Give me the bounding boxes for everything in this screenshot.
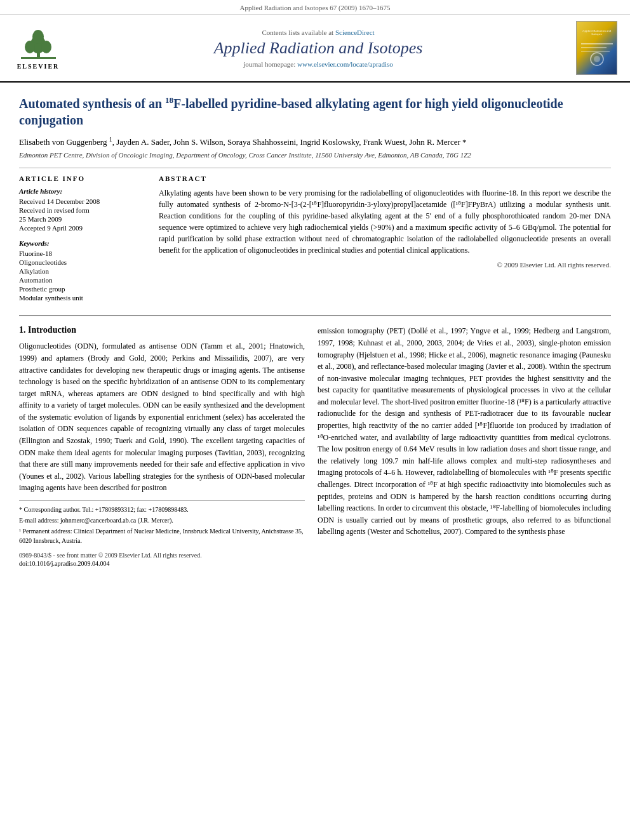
svg-point-3	[41, 41, 51, 53]
article-container: Automated synthesis of an 18F-labelled p…	[0, 83, 630, 580]
received-revised-label: Received in revised form	[19, 206, 146, 214]
svg-rect-5	[21, 57, 56, 59]
copyright: © 2009 Elsevier Ltd. All rights reserved…	[159, 261, 611, 269]
intro-para-2: emission tomography (PET) (Dollé et al.,…	[318, 325, 611, 538]
abstract-heading: ABSTRACT	[159, 175, 611, 182]
cover-label: Applied Radiation and Isotopes	[577, 28, 617, 37]
intro-para-1: Oligonucleotides (ODN), formulated as an…	[19, 340, 305, 494]
cover-image: Applied Radiation and Isotopes	[576, 21, 617, 75]
top-bar: Applied Radiation and Isotopes 67 (2009)…	[0, 0, 630, 15]
svg-point-2	[25, 41, 35, 53]
abstract-text: Alkylating agents have been shown to be …	[159, 187, 611, 256]
journal-homepage: journal homepage: www.elsevier.com/locat…	[64, 60, 573, 68]
sciencedirect-link[interactable]: ScienceDirect	[335, 29, 375, 36]
footer-bottom: 0969-8043/$ - see front matter © 2009 El…	[19, 552, 305, 559]
svg-rect-7	[581, 47, 607, 48]
elsevier-brand: ELSEVIER	[17, 63, 60, 70]
body-section: 1. Introduction Oligonucleotides (ODN), …	[19, 316, 611, 567]
keyword-4: Automation	[19, 276, 146, 284]
doi-line: doi:10.1016/j.apradiso.2009.04.004	[19, 560, 305, 567]
affiliation: Edmonton PET Centre, Division of Oncolog…	[19, 151, 611, 159]
journal-name: Applied Radiation and Isotopes	[64, 39, 573, 58]
cover-art	[578, 37, 616, 69]
keyword-5: Prosthetic group	[19, 285, 146, 293]
article-info-col: ARTICLE INFO Article history: Received 1…	[19, 175, 146, 303]
keyword-1: Fluorine-18	[19, 250, 146, 257]
body-right-col: emission tomography (PET) (Dollé et al.,…	[318, 325, 611, 567]
received-revised-date: 25 March 2009	[19, 215, 146, 223]
accepted-date: Accepted 9 April 2009	[19, 224, 146, 232]
body-left-col: 1. Introduction Oligonucleotides (ODN), …	[19, 325, 305, 567]
article-info-heading: ARTICLE INFO	[19, 175, 146, 182]
keywords-label: Keywords:	[19, 239, 146, 247]
history-label: Article history:	[19, 187, 146, 195]
keywords-section: Keywords: Fluorine-18 Oligonucleotides A…	[19, 239, 146, 302]
journal-header: ELSEVIER Contents lists available at Sci…	[0, 15, 630, 83]
svg-rect-8	[581, 51, 610, 52]
svg-point-10	[594, 56, 600, 62]
svg-rect-6	[581, 43, 613, 44]
contents-available: Contents lists available at ScienceDirec…	[64, 29, 573, 36]
journal-cover: Applied Radiation and Isotopes	[573, 21, 617, 75]
keyword-3: Alkylation	[19, 267, 146, 275]
svg-point-4	[32, 30, 44, 44]
permanent-address: ¹ Permanent address: Clinical Department…	[19, 526, 305, 545]
journal-title-block: Contents lists available at ScienceDirec…	[64, 29, 573, 68]
corresponding-author: * Corresponding author. Tel.: +178098933…	[19, 505, 305, 514]
article-title: Automated synthesis of an 18F-labelled p…	[19, 95, 611, 128]
authors: Elisabeth von Guggenberg 1, Jayden A. Sa…	[19, 136, 611, 147]
email-address: johnmerc@cancerboard.ab.ca (J.R. Mercer)…	[60, 517, 173, 524]
elsevier-tree-icon	[21, 27, 56, 62]
intro-heading: 1. Introduction	[19, 325, 305, 335]
journal-citation: Applied Radiation and Isotopes 67 (2009)…	[239, 4, 390, 11]
elsevier-logo: ELSEVIER	[13, 27, 64, 70]
article-info-abstract: ARTICLE INFO Article history: Received 1…	[19, 168, 611, 303]
footer-notes: * Corresponding author. Tel.: +178098933…	[19, 500, 305, 545]
keyword-2: Oligonucleotides	[19, 258, 146, 266]
abstract-col: ABSTRACT Alkylating agents have been sho…	[159, 175, 611, 303]
email-line: E-mail address: johnmerc@cancerboard.ab.…	[19, 516, 305, 525]
issn-line: 0969-8043/$ - see front matter © 2009 El…	[19, 552, 202, 559]
keyword-6: Modular synthesis unit	[19, 294, 146, 302]
article-history: Article history: Received 14 December 20…	[19, 187, 146, 232]
received-date-1: Received 14 December 2008	[19, 197, 146, 205]
homepage-link[interactable]: www.elsevier.com/locate/apradiso	[297, 60, 393, 68]
